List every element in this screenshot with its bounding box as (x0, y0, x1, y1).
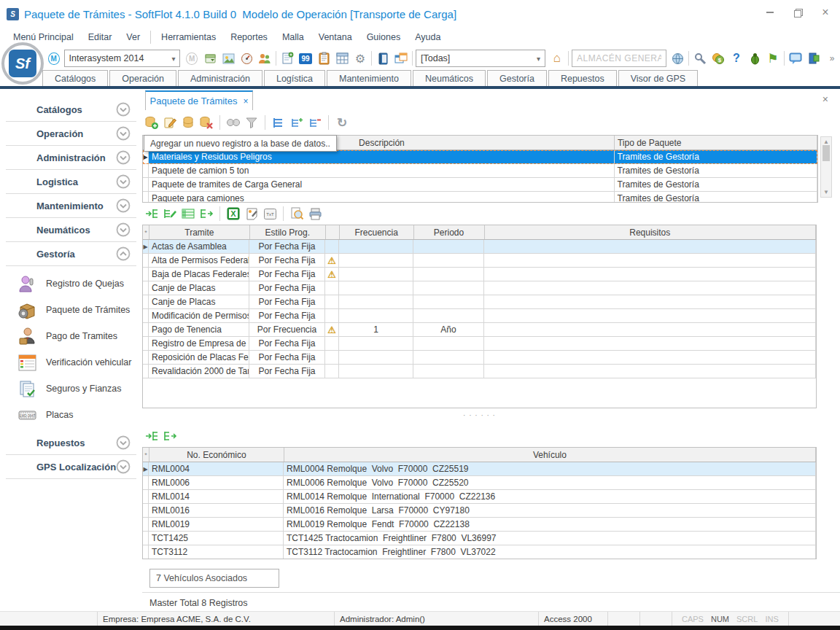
export-note-icon[interactable] (244, 205, 260, 222)
menu-item-editar[interactable]: Editar (81, 29, 120, 45)
filter-icon[interactable] (244, 114, 260, 131)
sidebar-section-neumáticos[interactable]: Neumáticos (6, 218, 136, 242)
ribbon-tab-visor-de-gps[interactable]: Visor de GPS (618, 70, 699, 86)
gauge-icon[interactable] (238, 50, 254, 67)
menu-item-herramientas[interactable]: Herramientas (154, 29, 223, 45)
edit-row-icon[interactable] (162, 205, 178, 222)
ribbon-tab-administración[interactable]: Administración (178, 70, 262, 86)
menu-item-ayuda[interactable]: Ayuda (408, 29, 448, 45)
column-header-periodo[interactable]: Periodo (414, 225, 485, 239)
minimize-button[interactable] (761, 4, 779, 20)
table-row[interactable]: Paquete para camionesTramites de Gestorí… (143, 192, 817, 203)
image-icon[interactable] (220, 50, 236, 67)
table-row[interactable]: TCT3112TCT3112 Tractocamion Freightliner… (143, 545, 816, 559)
table-row[interactable]: Reposición de Placas FederalesPor Fecha … (143, 351, 816, 365)
chevron-down-icon[interactable] (116, 222, 131, 237)
table-row[interactable]: Paquete de tramites de Carga GeneralTram… (143, 178, 817, 192)
menu-item-guiones[interactable]: Guiones (359, 29, 408, 45)
ribbon-tab-operación[interactable]: Operación (109, 70, 176, 86)
column-header-blank[interactable] (326, 225, 340, 239)
flag-icon[interactable]: ⚑ (765, 50, 781, 67)
export-excel-icon[interactable]: X (225, 205, 241, 222)
home-icon[interactable]: ⌂ (549, 50, 565, 67)
table-row[interactable]: Canje de PlacasPor Fecha Fija (143, 295, 816, 309)
sidebar-section-logistica[interactable]: Logistica (6, 170, 136, 194)
sidebar-item-seguros-y-fianzas[interactable]: Seguros y Fianzas (0, 376, 142, 402)
chevron-down-icon[interactable] (116, 435, 131, 450)
new-document-icon[interactable] (279, 50, 295, 67)
edit-record-icon[interactable] (162, 114, 178, 131)
table-row[interactable]: ▶Materiales y Residuos PeligrosTramites … (143, 150, 817, 164)
chevron-down-icon[interactable] (116, 150, 131, 165)
data-record-icon[interactable] (180, 114, 196, 131)
sidebar-section-repuestos[interactable]: Repuestos (6, 431, 136, 455)
toolbar-overflow-icon[interactable]: » (824, 50, 840, 67)
export-txt-icon[interactable]: TxT (262, 205, 278, 222)
scroll-up-icon[interactable]: ▲ (823, 139, 829, 145)
sidebar-section-gestoría[interactable]: Gestoría (6, 242, 136, 266)
bug-icon[interactable] (747, 50, 763, 67)
detach-vehicle-icon[interactable] (162, 427, 178, 445)
menu-item-reportes[interactable]: Reportes (223, 29, 275, 45)
menu-item-ver[interactable]: Ver (119, 29, 147, 45)
archive-icon[interactable] (202, 50, 218, 67)
chevron-up-icon[interactable] (116, 246, 131, 261)
table-row[interactable]: Paquete de camion 5 tonTramites de Gesto… (143, 164, 817, 178)
tab-close-icon[interactable]: × (243, 96, 248, 106)
table-row[interactable]: RML0006RML0006 Remolque Volvo F70000 CZ2… (143, 476, 816, 490)
column-header-requisitos[interactable]: Requisitos (485, 225, 816, 239)
table-row[interactable]: Canje de PlacasPor Fecha Fija (143, 281, 816, 295)
table-row[interactable]: Modificación de Permisos Federales ...Po… (143, 309, 816, 323)
preview-icon[interactable] (289, 205, 305, 222)
master-grid-scrollbar[interactable]: ▲ ▼ (820, 136, 832, 198)
column-header-tramite[interactable]: Tramite (149, 225, 250, 239)
gear-icon[interactable]: ⚙ (352, 50, 368, 67)
ribbon-tab-repuestos[interactable]: Repuestos (548, 70, 617, 86)
ribbon-tab-gestoría[interactable]: Gestoría (487, 70, 547, 86)
globe-icon[interactable] (669, 50, 685, 67)
expand-node-icon[interactable] (289, 114, 305, 131)
panel-close-icon[interactable]: × (822, 93, 828, 105)
table-row[interactable]: Alta de Permisos Federales de Carg...Por… (143, 254, 816, 268)
menu-item-malla[interactable]: Malla (275, 29, 311, 45)
sidebar-item-verificación-vehicular[interactable]: Verificación vehicular (0, 349, 142, 376)
attach-vehicle-icon[interactable] (144, 427, 160, 445)
column-header-tipo-de-paquete[interactable]: Tipo de Paquete (615, 136, 817, 149)
sidebar-section-gps-localización[interactable]: GPS Localización (6, 455, 136, 479)
attach-row-icon[interactable] (144, 205, 160, 222)
table-row[interactable]: Baja de Placas FederalesPor Fecha Fija⚠ (143, 268, 816, 281)
document-tab-paquete-de-tramites[interactable]: Paquete de Trámites × (145, 90, 253, 110)
table-icon[interactable] (334, 50, 350, 67)
sidebar-item-pago-de-tramites[interactable]: Pago de Tramites (0, 323, 142, 349)
scope-combo[interactable]: [Todas] ▾ (416, 50, 545, 67)
table-row[interactable]: RML0016RML0016 Remolque Larsa F70000 CY9… (143, 504, 816, 518)
scroll-thumb[interactable] (822, 145, 830, 161)
ribbon-tab-neumáticos[interactable]: Neumáticos (413, 70, 486, 86)
sidebar-section-catálogos[interactable]: Catálogos (6, 98, 136, 122)
search-icon[interactable] (225, 114, 241, 131)
sidebar-section-administración[interactable]: Administración (6, 146, 136, 170)
help-icon[interactable]: ? (728, 50, 744, 67)
grid-icon[interactable] (180, 205, 196, 222)
profile-combo[interactable]: Interasystem 2014 ▾ (64, 50, 181, 67)
column-header-vehículo[interactable]: Vehículo (284, 448, 816, 462)
chevron-down-icon[interactable] (116, 102, 131, 117)
table-row[interactable]: Pago de TenenciaPor Frecuencia⚠1Año (143, 323, 816, 337)
add-record-icon[interactable] (144, 114, 160, 131)
coins-icon[interactable]: $ (710, 50, 726, 67)
close-button[interactable]: × (817, 4, 834, 20)
table-row[interactable]: RML0019RML0019 Remolque Fendt F70000 CZ2… (143, 518, 816, 532)
chevron-down-icon[interactable] (116, 459, 131, 474)
ribbon-tab-catálogos[interactable]: Catálogos (42, 70, 108, 86)
refresh-icon[interactable]: ↻ (334, 114, 350, 131)
chevron-down-icon[interactable] (116, 174, 131, 189)
table-row[interactable]: ▶RML0004RML0004 Remolque Volvo F70000 CZ… (143, 462, 816, 476)
print-icon[interactable] (307, 205, 323, 222)
ribbon-tab-mantenimiento[interactable]: Mantenimiento (327, 70, 411, 86)
table-row[interactable]: RML0014RML0014 Remolque International F7… (143, 490, 816, 504)
delete-record-icon[interactable] (198, 114, 214, 131)
column-header-estilo-prog-[interactable]: Estilo Prog. (250, 225, 326, 239)
users-icon[interactable] (257, 50, 273, 67)
column-header-no-económico[interactable]: No. Económico (149, 448, 284, 462)
column-header-frecuencia[interactable]: Frecuencia (340, 225, 414, 239)
